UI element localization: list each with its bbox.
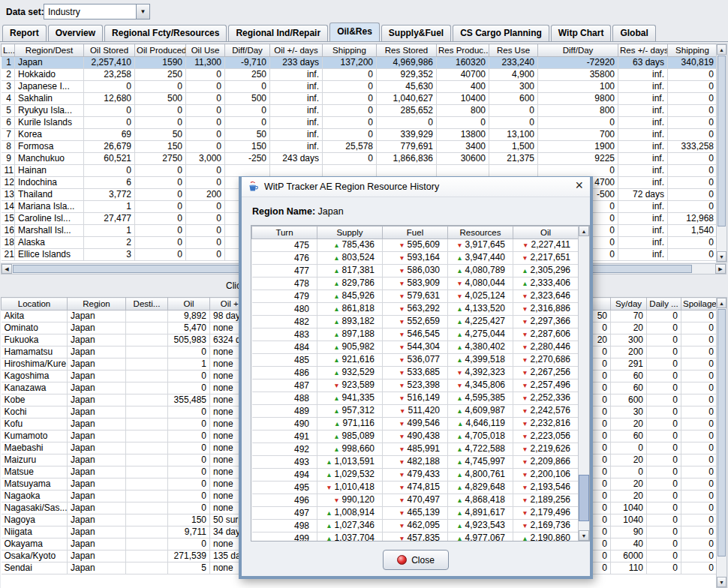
table-row[interactable]: 484▲905,982▼544,304▲4,380,402▼2,280,446: [252, 341, 579, 354]
cell[interactable]: 500: [135, 93, 186, 105]
scrollbar-track[interactable]: [579, 236, 589, 530]
cell[interactable]: 0: [168, 454, 210, 466]
table-row[interactable]: 486▲932,529▼533,685▼4,392,323▼2,267,256: [252, 367, 579, 380]
cell[interactable]: 11,300: [186, 57, 225, 69]
cell[interactable]: 0: [681, 526, 717, 538]
cell[interactable]: inf.: [618, 153, 668, 165]
cell[interactable]: inf.: [618, 177, 668, 189]
cell[interactable]: inf.: [270, 105, 323, 117]
cell[interactable]: 0: [168, 370, 210, 382]
cell[interactable]: 14: [2, 201, 15, 213]
cell[interactable]: 0: [186, 201, 225, 213]
cell-value[interactable]: ▲4,800,761: [448, 469, 513, 482]
cell-value[interactable]: ▼583,909: [383, 278, 448, 290]
cell[interactable]: 0: [186, 69, 225, 81]
cell[interactable]: 0: [186, 129, 225, 141]
cell-value[interactable]: ▼2,219,626: [513, 443, 579, 456]
cell-value[interactable]: ▼2,257,496: [513, 380, 579, 392]
cell[interactable]: 0: [647, 358, 681, 370]
cell[interactable]: [126, 394, 168, 406]
cell[interactable]: inf.: [270, 129, 323, 141]
cell[interactable]: inf.: [618, 165, 668, 177]
cell[interactable]: Japan: [68, 382, 126, 394]
cell[interactable]: Japan: [68, 322, 126, 334]
column-header-oil-days[interactable]: Oil +/- days: [270, 44, 323, 57]
cell[interactable]: 0: [647, 514, 681, 526]
cell[interactable]: 0: [323, 129, 377, 141]
cell[interactable]: 0: [681, 442, 717, 454]
cell-turn[interactable]: 480: [252, 303, 317, 316]
cell[interactable]: 0: [647, 550, 681, 562]
cell[interactable]: 0: [647, 370, 681, 382]
cell[interactable]: 100: [538, 81, 618, 93]
cell-value[interactable]: ▲897,188: [317, 328, 383, 341]
cell-turn[interactable]: 497: [252, 507, 317, 520]
cell[interactable]: -9,710: [225, 57, 270, 69]
cell[interactable]: 0: [681, 430, 717, 442]
tab-report[interactable]: Report: [2, 25, 47, 41]
cell[interactable]: 0: [84, 165, 135, 177]
cell[interactable]: 0: [168, 466, 210, 478]
cell-value[interactable]: ▼470,497: [383, 494, 448, 507]
cell[interactable]: 0: [647, 394, 681, 406]
cell-turn[interactable]: 475: [252, 239, 317, 252]
cell[interactable]: 0: [186, 249, 225, 261]
cell-value[interactable]: ▼4,392,323: [448, 367, 513, 380]
cell[interactable]: 45,630: [377, 81, 437, 93]
scrollbar-track[interactable]: [717, 308, 726, 577]
cell-value[interactable]: ▲957,312: [317, 405, 383, 418]
cell-value[interactable]: ▲2,305,296: [513, 265, 579, 278]
scroll-left-button[interactable]: ◀: [2, 264, 12, 274]
cell[interactable]: 10400: [437, 93, 489, 105]
cell-value[interactable]: ▼544,304: [383, 341, 448, 354]
cell[interactable]: 0: [135, 117, 186, 129]
cell-turn[interactable]: 489: [252, 405, 317, 418]
column-header-oil[interactable]: Oil: [513, 226, 579, 239]
cell[interactable]: 0: [647, 454, 681, 466]
table-row[interactable]: 487▼923,589▼523,398▼4,345,806▼2,257,496: [252, 380, 579, 392]
cell[interactable]: 0: [168, 502, 210, 514]
cell[interactable]: 0: [437, 117, 489, 129]
cell[interactable]: 0: [84, 117, 135, 129]
column-header-diff-day[interactable]: Diff/Day: [538, 44, 618, 57]
cell[interactable]: 700: [538, 129, 618, 141]
cell[interactable]: 500: [225, 93, 270, 105]
cell[interactable]: Kobe: [2, 394, 68, 406]
cell[interactable]: 1900: [538, 141, 618, 153]
scroll-right-button[interactable]: ▶: [715, 264, 726, 274]
cell-value[interactable]: ▼2,179,496: [513, 507, 579, 520]
cell[interactable]: Thailand: [15, 189, 84, 201]
cell[interactable]: 60: [611, 382, 647, 394]
table-row[interactable]: 495▼1,010,418▼474,815▲4,829,648▼2,193,54…: [252, 482, 579, 494]
cell[interactable]: 40: [611, 538, 647, 550]
cell[interactable]: [126, 370, 168, 382]
cell-value[interactable]: ▼3,917,645: [448, 239, 513, 252]
cell[interactable]: Japan: [68, 346, 126, 358]
cell[interactable]: Japan: [68, 514, 126, 526]
cell[interactable]: [270, 165, 323, 177]
cell[interactable]: 0: [668, 153, 717, 165]
cell[interactable]: 0: [538, 117, 618, 129]
cell[interactable]: 0: [168, 346, 210, 358]
cell[interactable]: 0: [186, 117, 225, 129]
cell-value[interactable]: ▼579,631: [383, 290, 448, 303]
cell[interactable]: 0: [84, 105, 135, 117]
cell[interactable]: 1,040,627: [377, 93, 437, 105]
cell[interactable]: 0: [681, 550, 717, 562]
scroll-up-button[interactable]: ▲: [579, 226, 589, 236]
cell-value[interactable]: ▲893,182: [317, 316, 383, 328]
scroll-up-button[interactable]: ▲: [717, 298, 726, 308]
cell[interactable]: 1,500: [489, 141, 538, 153]
cell[interactable]: 0: [668, 69, 717, 81]
cell-turn[interactable]: 483: [252, 328, 317, 341]
cell[interactable]: 160320: [437, 57, 489, 69]
column-header-oil-use[interactable]: Oil Use: [186, 44, 225, 57]
cell[interactable]: 23,258: [84, 69, 135, 81]
cell-value[interactable]: ▼2,287,606: [513, 328, 579, 341]
cell-turn[interactable]: 486: [252, 367, 317, 380]
table-row[interactable]: 498▲1,027,346▼462,095▲4,923,543▼2,169,73…: [252, 520, 579, 532]
cell-value[interactable]: ▼2,189,256: [513, 494, 579, 507]
cell[interactable]: 25,578: [323, 141, 377, 153]
cell-value[interactable]: ▲4,705,018: [448, 430, 513, 443]
cell[interactable]: Nagaoka: [2, 490, 68, 502]
